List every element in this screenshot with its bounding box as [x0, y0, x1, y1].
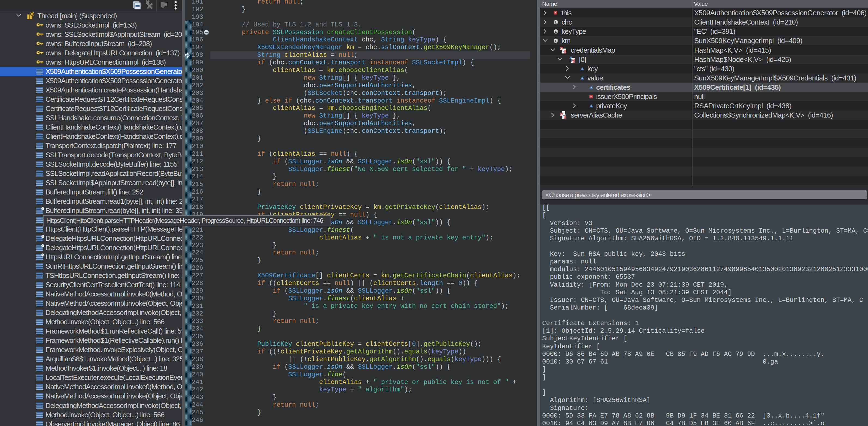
svg-text:L: L	[555, 30, 557, 33]
svg-text:L: L	[555, 39, 557, 42]
svg-text:L: L	[555, 21, 557, 24]
